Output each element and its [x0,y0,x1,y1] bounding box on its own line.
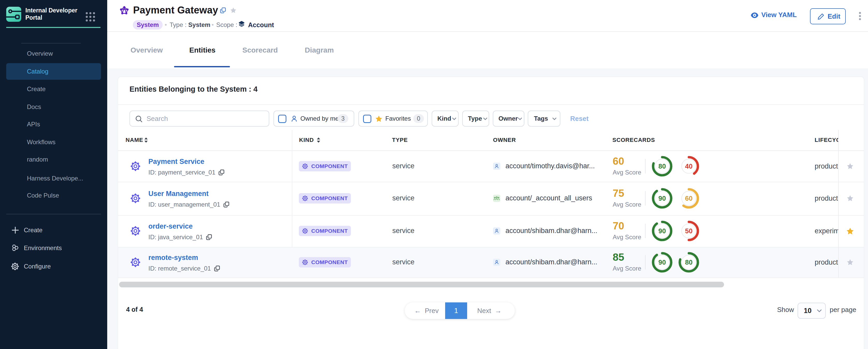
svg-text:80: 80 [685,258,693,266]
svg-text:90: 90 [658,258,666,266]
svg-text:80: 80 [658,162,666,170]
svg-text:90: 90 [658,227,666,235]
svg-text:40: 40 [685,162,693,170]
svg-text:60: 60 [685,194,693,202]
svg-text:90: 90 [658,194,666,202]
svg-text:50: 50 [685,227,693,235]
